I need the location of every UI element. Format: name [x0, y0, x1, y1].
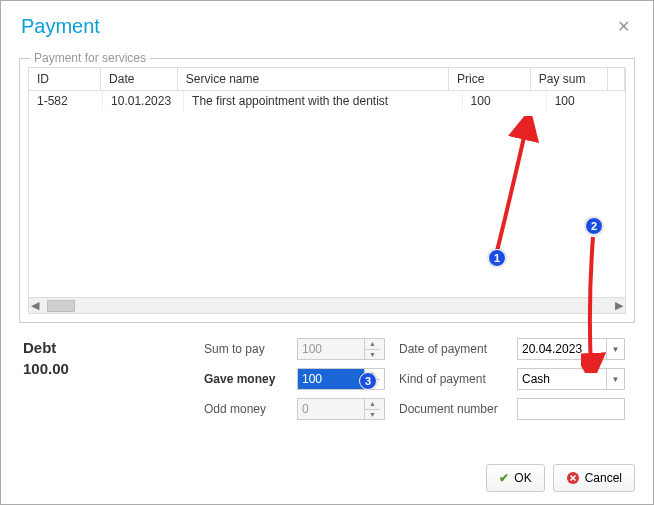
col-spacer	[607, 68, 624, 91]
fieldset-legend: Payment for services	[30, 51, 150, 65]
table-header-row: ID Date Service name Price Pay sum	[29, 68, 625, 91]
payment-fieldset: Payment for services ID Date Service nam…	[19, 58, 635, 323]
form-col-right: Date of payment ▼ Kind of payment ▼ Docu…	[399, 337, 625, 421]
debt-label: Debt	[23, 339, 194, 356]
label-odd-money: Odd money	[204, 402, 289, 416]
services-table: ID Date Service name Price Pay sum 1-582…	[28, 67, 626, 314]
chevron-down-icon[interactable]: ▼	[606, 369, 624, 389]
table-row[interactable]: 1-582 10.01.2023 The first appointment w…	[29, 91, 625, 111]
chevron-down-icon: ▼	[365, 410, 380, 420]
label-gave-money: Gave money	[204, 372, 289, 386]
ok-button[interactable]: ✔ OK	[486, 464, 544, 492]
label-date-of-payment: Date of payment	[399, 342, 509, 356]
date-of-payment-input[interactable]	[518, 339, 606, 359]
scroll-right-icon[interactable]: ▶	[615, 299, 623, 312]
sum-to-pay-input	[298, 339, 364, 359]
cancel-button[interactable]: Cancel	[553, 464, 635, 492]
ok-label: OK	[514, 471, 531, 485]
chevron-up-icon: ▲	[365, 399, 380, 410]
odd-money-spinner: ▲ ▼	[297, 398, 385, 420]
chevron-up-icon: ▲	[365, 339, 380, 350]
horizontal-scrollbar[interactable]: ◀ ▶	[29, 297, 625, 313]
label-document-number: Document number	[399, 402, 509, 416]
odd-money-input	[298, 399, 364, 419]
sum-to-pay-spinner: ▲ ▼	[297, 338, 385, 360]
gave-money-input[interactable]	[298, 369, 364, 389]
label-kind-of-payment: Kind of payment	[399, 372, 509, 386]
dialog-header: Payment ✕	[1, 1, 653, 48]
kind-of-payment-combo[interactable]: ▼	[517, 368, 625, 390]
check-icon: ✔	[499, 471, 509, 485]
label-sum-to-pay: Sum to pay	[204, 342, 289, 356]
button-bar: ✔ OK Cancel	[486, 464, 635, 492]
form-col-left: Sum to pay ▲ ▼ Gave money ▲ ▼	[204, 337, 385, 421]
cell-paysum: 100	[546, 91, 625, 111]
close-icon[interactable]: ✕	[613, 17, 633, 37]
annotation-2: 2	[585, 217, 603, 235]
table-body-scroll[interactable]: 1-582 10.01.2023 The first appointment w…	[29, 91, 625, 297]
cancel-label: Cancel	[585, 471, 622, 485]
cell-price: 100	[462, 91, 546, 111]
chevron-down-icon[interactable]: ▼	[606, 339, 624, 359]
chevron-down-icon: ▼	[365, 350, 380, 360]
scroll-left-icon[interactable]: ◀	[31, 299, 39, 312]
annotation-1: 1	[488, 249, 506, 267]
cell-service: The first appointment with the dentist	[184, 91, 463, 111]
cell-date: 10.01.2023	[103, 91, 184, 111]
debt-block: Debt 100.00	[19, 337, 194, 421]
col-price[interactable]: Price	[448, 68, 530, 91]
document-number-input[interactable]	[517, 398, 625, 420]
annotation-3: 3	[359, 372, 377, 390]
cell-id: 1-582	[29, 91, 103, 111]
scroll-thumb[interactable]	[47, 300, 75, 312]
col-paysum[interactable]: Pay sum	[530, 68, 607, 91]
debt-amount: 100.00	[23, 360, 194, 377]
summary-area: Debt 100.00 Sum to pay ▲ ▼ Gave money	[19, 337, 635, 421]
date-of-payment-combo[interactable]: ▼	[517, 338, 625, 360]
col-service[interactable]: Service name	[177, 68, 448, 91]
col-date[interactable]: Date	[101, 68, 178, 91]
dialog-title: Payment	[21, 15, 100, 38]
kind-of-payment-input[interactable]	[518, 369, 606, 389]
col-id[interactable]: ID	[29, 68, 101, 91]
cancel-icon	[566, 471, 580, 485]
